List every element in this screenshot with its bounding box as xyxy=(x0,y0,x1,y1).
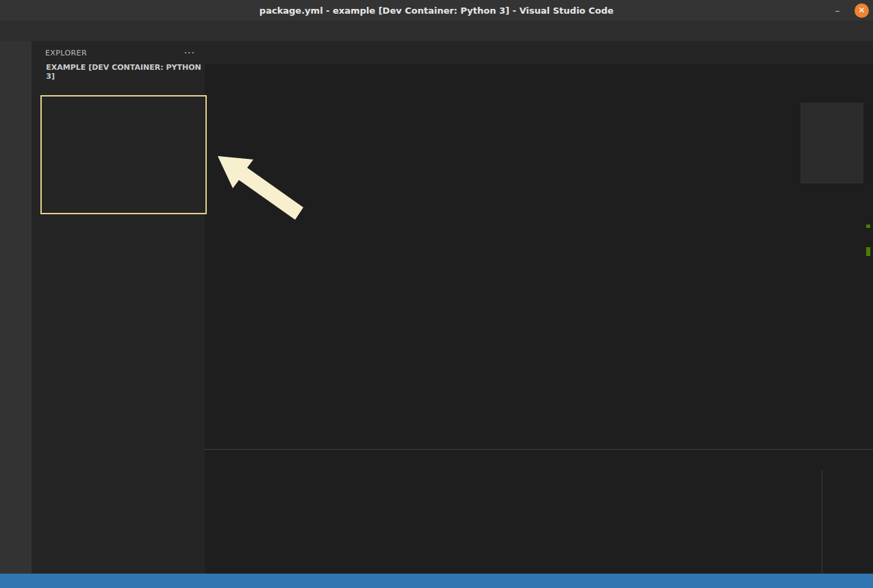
minimap-slider[interactable] xyxy=(800,103,863,183)
workspace-section-header[interactable]: EXAMPLE [DEV CONTAINER: PYTHON 3] xyxy=(31,64,205,79)
window-controls: – ✕ xyxy=(830,0,869,21)
status-bar xyxy=(0,574,873,588)
title-bar: package.yml - example [Dev Container: Py… xyxy=(0,0,873,21)
bottom-panel xyxy=(205,449,873,574)
diff-mark xyxy=(866,225,870,228)
views-and-more-actions-button[interactable]: ··· xyxy=(184,47,195,58)
vscode-window: package.yml - example [Dev Container: Py… xyxy=(0,0,873,588)
activity-bar xyxy=(0,41,31,574)
diff-mark xyxy=(866,247,870,256)
explorer-title: EXPLORER xyxy=(45,49,87,57)
code-editor[interactable] xyxy=(205,79,873,449)
workspace-section-label: EXAMPLE [DEV CONTAINER: PYTHON 3] xyxy=(46,63,205,81)
editor-tab-bar xyxy=(205,41,873,64)
minimize-button[interactable]: – xyxy=(830,5,845,16)
menu-bar xyxy=(0,21,873,41)
explorer-sidebar: EXPLORER ··· EXAMPLE [DEV CONTAINER: PYT… xyxy=(31,41,205,574)
overview-ruler xyxy=(863,79,873,449)
terminal-tabs-list xyxy=(822,470,873,574)
breadcrumb xyxy=(205,64,873,79)
close-button[interactable]: ✕ xyxy=(855,3,869,18)
terminal[interactable] xyxy=(205,470,822,574)
window-title: package.yml - example [Dev Container: Py… xyxy=(0,5,873,16)
chevron-down-icon xyxy=(34,66,45,77)
